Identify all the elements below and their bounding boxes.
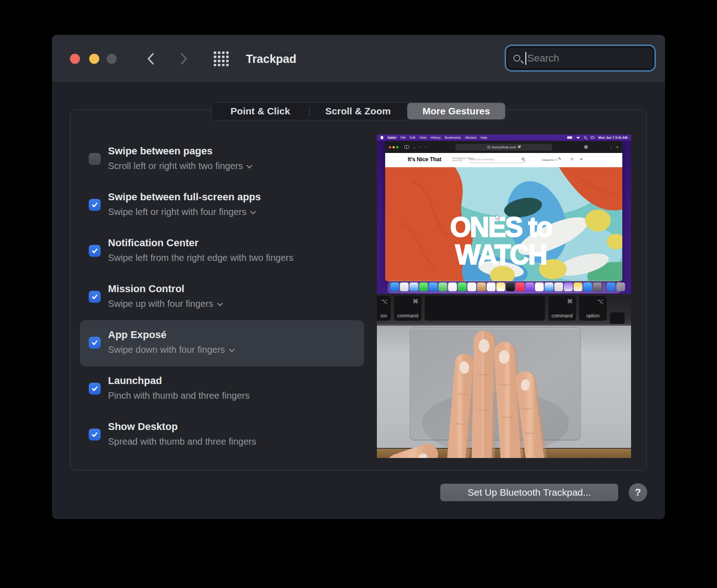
hero-line2: WATCH [455,239,546,270]
gesture-row-launchpad[interactable]: LaunchpadPinch with thumb and three fing… [80,371,364,417]
dock-icon-notes [496,283,505,291]
gesture-text: Show DesktopSpread with thumb and three … [108,420,256,447]
mini-address-bar: itsnicethat.com [455,144,552,151]
dock-icon-mail [429,283,438,291]
checkmark-icon [91,339,98,346]
title-bar: Trackpad [52,35,665,83]
gesture-subtitle: Spread with thumb and three fingers [108,435,256,447]
gesture-row-notification-center[interactable]: Notification CenterSwipe left from the r… [80,233,364,279]
laptop-body [377,324,631,458]
menubar-clock: Mon Jun 7 9:41 AM [598,136,627,139]
key-command: ⌘command [394,296,421,321]
checkbox-checked-swipe-between-full-screen-apps[interactable] [89,199,101,211]
gesture-subtitle: Swipe down with four fingers [108,344,234,356]
mini-menu-file: File [400,136,405,139]
checkmark-icon [91,247,98,254]
chevron-down-icon[interactable] [250,209,256,215]
search-icon [513,55,520,62]
sidebar-icon [404,145,409,149]
dock-icon-downloads [607,283,615,291]
dock-icon-facetime [458,283,467,291]
gesture-title: Swipe between full-screen apps [108,191,261,204]
gesture-subtitle: Scroll left or right with two fingers [108,160,251,172]
zoom-button[interactable] [107,54,117,64]
chevron-down-icon[interactable] [247,163,253,169]
forward-button[interactable] [175,50,193,68]
back-button[interactable] [142,50,159,68]
dock-icon-music [516,283,524,291]
gesture-title: Notification Center [108,237,294,249]
gesture-row-swipe-between-full-screen-apps[interactable]: Swipe between full-screen appsSwipe left… [80,187,364,233]
key-ion: ⌥ion [377,296,391,321]
chevron-left-icon [146,52,156,66]
checkbox-checked-app-expos[interactable] [89,337,101,349]
share-icon: ↑ [610,145,612,150]
dock-icon-reminders [487,283,495,291]
chevron-down-icon[interactable] [229,346,235,352]
mini-safari-toolbar: ⌄ ‹ › itsnicethat.com ↑ + [385,141,622,153]
show-all-preferences-button[interactable] [214,51,229,66]
mini-forward-icon: › [425,145,427,149]
chevron-down-icon[interactable] [217,300,223,306]
set-up-bluetooth-trackpad-button[interactable]: Set Up Bluetooth Trackpad... [440,484,618,501]
gesture-text: Swipe between pagesScroll left or right … [108,145,251,172]
gesture-row-mission-control[interactable]: Mission ControlSwipe up with four finger… [80,279,364,325]
window-title: Trackpad [246,52,296,66]
gesture-subtitle: Swipe left from the right edge with two … [108,252,294,264]
tab-bar: Point & ClickScroll & ZoomMore Gestures [211,102,506,120]
gesture-subtitle: Swipe left or right with four fingers [108,206,261,218]
checkbox-checked-mission-control[interactable] [89,291,101,303]
gesture-row-app-expos[interactable]: App ExposéSwipe down with four fingers [80,325,364,371]
mini-menu-window: Window [465,136,477,139]
mini-menubar-items: SafariFileEditViewHistoryBookmarksWindow… [387,136,487,139]
text-cursor [525,52,526,65]
dock-icon-messages [419,283,428,291]
dock-icon-news [535,283,544,291]
mini-chevron-down-icon: ⌄ [413,145,416,149]
search-input[interactable] [527,52,660,64]
gesture-row-show-desktop[interactable]: Show DesktopSpread with thumb and three … [80,417,364,463]
wifi-icon [576,136,580,139]
search-box [505,45,656,72]
gesture-subtitle: Swipe up with four fingers [108,298,222,310]
gesture-title: Mission Control [108,283,222,295]
site-categories-menu: Categories [541,158,557,161]
checkbox-checked-notification-center[interactable] [89,245,101,257]
minimize-button[interactable] [89,54,99,64]
trackpad-preferences-window: Trackpad Point & ClickScroll & ZoomMore … [52,35,665,519]
checkbox-checked-launchpad[interactable] [89,383,101,395]
site-search-icon [522,158,524,160]
smiley-icon: ☺ [570,157,574,161]
checkbox-checked-show-desktop[interactable] [89,429,101,441]
key-option: ⌥option [579,296,607,321]
dock-icon-launchpad [400,283,409,291]
mini-desktop: SafariFileEditViewHistoryBookmarksWindow… [377,135,631,294]
tab-more-gestures[interactable]: More Gestures [407,103,505,119]
tab-scroll-zoom[interactable]: Scroll & Zoom [309,102,407,120]
gesture-text: Notification CenterSwipe left from the r… [108,237,294,264]
mini-close-button [389,146,391,148]
close-button[interactable] [70,54,80,64]
hand-illustration [377,324,631,458]
site-header: It’s Nice That Championing Creativity Si… [385,153,622,167]
gesture-title: Show Desktop [108,420,256,433]
favicon [487,146,490,149]
control-center-icon [591,136,594,139]
checkbox-unchecked-swipe-between-pages[interactable] [89,153,101,165]
hero-artwork: ONES to WATCH [385,167,622,281]
dock-icon-appletv [506,283,515,291]
help-button[interactable]: ? [629,483,647,502]
mini-menu-safari: Safari [387,136,396,139]
tab-point-click[interactable]: Point & Click [211,102,309,120]
mini-minimize-button [393,146,395,148]
dock-icon-keynote [545,283,553,291]
dock-icon-settings [593,283,602,291]
dock-icon-photobooth [554,283,563,291]
spotlight-icon [584,136,586,139]
gesture-row-swipe-between-pages[interactable]: Swipe between pagesScroll left or right … [80,141,364,187]
mini-menu-history: History [431,136,441,139]
mini-keyboard: ⌥ion⌘command⌘command⌥option [377,294,631,324]
mini-back-icon: ‹ [420,145,421,149]
mini-menu-help: Help [481,136,487,139]
checkmark-icon [91,201,98,209]
